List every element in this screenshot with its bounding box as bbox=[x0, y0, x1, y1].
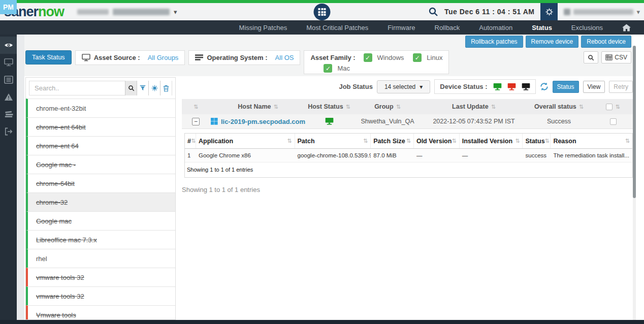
host-name-link[interactable]: lic-2019-pm.secpodad.com bbox=[221, 118, 305, 125]
user-menu[interactable]: ▾ bbox=[564, 8, 640, 16]
sidebar-library-tool[interactable] bbox=[0, 106, 17, 123]
col-last-update[interactable]: Last Update⇅ bbox=[423, 99, 525, 114]
job-status-row: Job Status 14 selected▾ Device Status : … bbox=[182, 79, 633, 94]
patch-installed-version: — bbox=[462, 152, 468, 158]
list-search-button[interactable] bbox=[125, 81, 137, 95]
col-patch[interactable]: Patch⇅ bbox=[295, 134, 371, 148]
patch-detail-panel: #⇅ Application⇅ Patch⇅ Patch Size⇅ Old V… bbox=[184, 133, 633, 178]
list-item-chrome-ent-64bit[interactable]: chrome-ent 64bit bbox=[26, 117, 175, 136]
mac-checkbox[interactable]: ✓ bbox=[324, 64, 332, 73]
col-host-status[interactable]: Host Status⇅ bbox=[306, 99, 352, 114]
col-status[interactable]: Status⇅ bbox=[523, 134, 551, 148]
managed-account-selector[interactable]: ▾ bbox=[77, 8, 177, 16]
col-label: # bbox=[187, 138, 191, 145]
home-icon[interactable] bbox=[622, 24, 631, 31]
pm-module-tab[interactable]: PM bbox=[0, 0, 17, 14]
task-status-button[interactable]: Task Status bbox=[25, 50, 72, 64]
search-input[interactable] bbox=[29, 84, 125, 92]
patch-row: 1 Google Chrome x86 google-chrome-108.0.… bbox=[185, 149, 632, 163]
nav-status[interactable]: Status bbox=[532, 24, 552, 31]
nav-rollback[interactable]: Rollback bbox=[435, 24, 460, 31]
reboot-device-button[interactable]: Reboot device bbox=[581, 36, 631, 48]
collapse-row-button[interactable]: − bbox=[192, 118, 200, 125]
list-item-label: rhel bbox=[36, 255, 47, 263]
retry-button[interactable]: Retry bbox=[609, 81, 633, 93]
operating-system-value[interactable]: All OS bbox=[275, 54, 294, 61]
list-item-rhel[interactable]: rhel bbox=[26, 249, 175, 268]
view-button[interactable]: View bbox=[583, 81, 605, 93]
col-label: Status bbox=[525, 138, 544, 145]
csv-label: CSV bbox=[615, 54, 627, 61]
col-label: Application bbox=[199, 138, 233, 145]
nav-firmware[interactable]: Firmware bbox=[388, 24, 415, 31]
col-old-version[interactable]: Old Version⇅ bbox=[414, 134, 460, 148]
vertical-scrollbar[interactable] bbox=[633, 46, 636, 320]
list-item-vmware-tools-32-1[interactable]: vmware tools 32 bbox=[26, 268, 175, 286]
list-item-label: chrome-ent 64bit bbox=[36, 123, 86, 131]
nav-missing-patches[interactable]: Missing Patches bbox=[239, 24, 287, 31]
list-item-chrome-ent-32bit[interactable]: chrome-ent-32bit bbox=[26, 99, 175, 117]
search-icon[interactable] bbox=[428, 7, 438, 17]
asset-source-value[interactable]: All Groups bbox=[148, 54, 179, 61]
col-host-name[interactable]: Host Name⇅ bbox=[210, 99, 306, 114]
app-launcher-button[interactable] bbox=[314, 4, 331, 20]
col-expand[interactable]: ⇅ bbox=[182, 99, 210, 114]
nav-exclusions[interactable]: Exclusions bbox=[571, 24, 603, 31]
list-item-label: chrome-ent 64 bbox=[36, 142, 79, 150]
list-filter-button[interactable] bbox=[137, 81, 148, 95]
operating-system-label: Operating System : bbox=[207, 54, 267, 61]
sidebar-alerts-tool[interactable] bbox=[0, 88, 17, 106]
col-installed-version[interactable]: Installed Version⇅ bbox=[460, 134, 523, 148]
list-item-google-mac-1[interactable]: Google mac - bbox=[26, 155, 175, 174]
col-overall-status[interactable]: Overall status⇅ bbox=[525, 99, 593, 114]
sidebar-logout-tool[interactable] bbox=[0, 123, 17, 140]
rollback-patches-button[interactable]: Rollback patches bbox=[465, 36, 523, 48]
job-status-label: Job Status bbox=[339, 83, 372, 90]
status-view-button[interactable]: Status bbox=[553, 81, 579, 93]
col-patch-size[interactable]: Patch Size⇅ bbox=[371, 134, 414, 148]
sidebar-visibility-tool[interactable] bbox=[0, 37, 17, 54]
list-item-chrome-32[interactable]: chrome-32 bbox=[26, 192, 175, 211]
table-search-button[interactable] bbox=[584, 51, 598, 63]
list-item-vmware-tools-32-2[interactable]: vmware tools 32 bbox=[26, 286, 175, 305]
list-item-chrome-ent-64[interactable]: chrome-ent 64 bbox=[26, 136, 175, 155]
sidebar-devices-tool[interactable] bbox=[0, 54, 17, 71]
col-select-all[interactable]: ⇅ bbox=[593, 99, 633, 114]
asset-family-row-2: ✓ Mac bbox=[324, 64, 442, 73]
list-item-chrome-64bit[interactable]: chrome-64bit bbox=[26, 174, 175, 192]
device-unknown-icon[interactable] bbox=[522, 83, 530, 91]
list-item-google-mac-2[interactable]: Google mac bbox=[26, 211, 175, 230]
list-delete-button[interactable] bbox=[160, 81, 172, 95]
csv-export-button[interactable]: CSV bbox=[601, 51, 631, 63]
device-offline-icon[interactable] bbox=[507, 83, 516, 91]
device-action-buttons: Rollback patches Remove device Reboot de… bbox=[465, 36, 631, 48]
filter-funnel-icon bbox=[140, 85, 146, 91]
operating-system-filter[interactable]: Operating System : All OS bbox=[188, 50, 300, 65]
nav-most-critical-patches[interactable]: Most Critical Patches bbox=[306, 24, 368, 31]
list-item-libreoffice-mac[interactable]: Libreoffice mac 7.3.x bbox=[26, 230, 175, 249]
asset-source-filter[interactable]: Asset Source : All Groups bbox=[75, 50, 185, 65]
scrollbar-thumb[interactable] bbox=[633, 46, 636, 198]
nav-automation[interactable]: Automation bbox=[479, 24, 512, 31]
col-num[interactable]: #⇅ bbox=[185, 134, 196, 148]
list-item-vmware-tools[interactable]: Vmware tools bbox=[26, 305, 175, 320]
sidebar-reports-tool[interactable] bbox=[0, 71, 17, 88]
row-checkbox[interactable] bbox=[610, 118, 617, 125]
sort-icon: ⇅ bbox=[545, 138, 550, 144]
settings-button[interactable] bbox=[540, 3, 558, 20]
bottom-bar bbox=[0, 320, 644, 324]
col-reason[interactable]: Reason⇅ bbox=[551, 134, 632, 148]
col-group[interactable]: Group⇅ bbox=[352, 99, 423, 114]
windows-checkbox[interactable]: ✓ bbox=[364, 53, 372, 62]
device-online-icon[interactable] bbox=[493, 83, 502, 91]
list-settings-button[interactable] bbox=[148, 81, 160, 95]
select-all-checkbox[interactable] bbox=[606, 104, 613, 110]
remove-device-button[interactable]: Remove device bbox=[526, 36, 579, 48]
job-status-dropdown[interactable]: 14 selected▾ bbox=[377, 80, 430, 93]
col-application[interactable]: Application⇅ bbox=[196, 134, 295, 148]
linux-checkbox[interactable]: ✓ bbox=[413, 53, 422, 62]
sort-icon: ⇅ bbox=[194, 104, 198, 110]
host-last-update: 2022-12-05 07:43:52 PM IST bbox=[433, 118, 514, 125]
monitor-icon bbox=[4, 58, 13, 67]
refresh-icon[interactable] bbox=[540, 82, 549, 91]
